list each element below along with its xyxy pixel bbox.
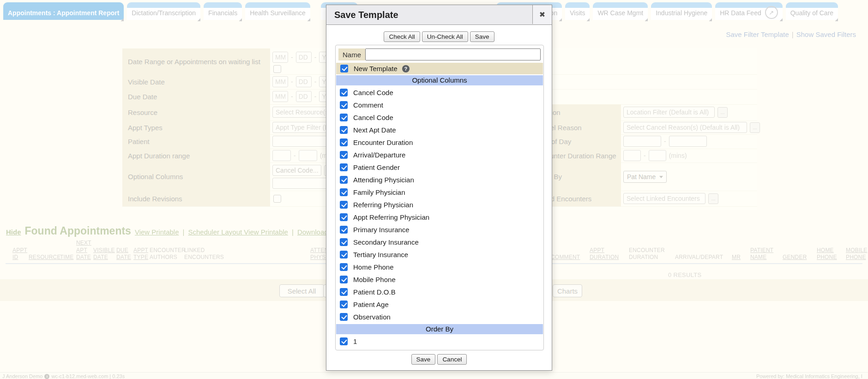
hide-link[interactable]: Hide — [6, 228, 21, 236]
checked-checkbox[interactable] — [340, 288, 348, 296]
tab-wr-case-mgmt[interactable]: WR Case Mgmt — [593, 2, 648, 20]
option-row-home-phone[interactable]: Home Phone — [336, 261, 543, 273]
col-encounter-authors[interactable]: ENCOUNTERAUTHORS — [150, 247, 186, 261]
new-template-row[interactable]: New Template ? — [336, 63, 543, 74]
waiting-list-checkbox[interactable] — [273, 65, 281, 73]
checked-checkbox[interactable] — [340, 301, 348, 308]
checked-checkbox[interactable] — [340, 201, 348, 209]
option-row-observation[interactable]: Observation — [336, 311, 543, 323]
info-icon[interactable]: i — [44, 374, 49, 379]
appt-duration-min-input[interactable] — [272, 150, 291, 161]
checked-checkbox[interactable] — [340, 151, 348, 159]
time-of-day-start-input[interactable] — [623, 136, 661, 147]
checked-checkbox[interactable] — [340, 213, 348, 221]
location-picker-button[interactable]: ... — [717, 107, 728, 118]
col-resource[interactable]: RESOURCE — [29, 254, 61, 261]
tab-dictation-transcription[interactable]: Dictation/Transcription — [127, 2, 200, 20]
toolbar-save-button[interactable]: Save — [470, 31, 494, 42]
visible-date-dd-input[interactable] — [296, 76, 312, 87]
save-filter-template-link[interactable]: Save Filter Template — [726, 30, 789, 38]
visible-date-mm-input[interactable] — [272, 76, 288, 87]
option-row-next-apt-date[interactable]: Next Apt Date — [336, 124, 543, 136]
option-row-secondary-insurance[interactable]: Secondary Insurance — [336, 236, 543, 248]
option-row-cancel-code[interactable]: Cancel Code — [336, 86, 543, 99]
uncheck-all-button[interactable]: Un-Check All — [422, 31, 468, 42]
option-row-primary-insurance[interactable]: Primary Insurance — [336, 223, 543, 236]
checked-checkbox[interactable] — [340, 89, 348, 96]
due-date-dd-input[interactable] — [296, 91, 312, 102]
option-row-attending-physician[interactable]: Attending Physician — [336, 174, 543, 186]
checked-checkbox[interactable] — [340, 163, 348, 171]
charts-button[interactable]: Charts — [553, 284, 582, 297]
date-range-mm-input[interactable] — [272, 52, 288, 63]
checked-checkbox[interactable] — [340, 114, 348, 121]
col-arrival-depart[interactable]: ARRIVAL/DEPART — [675, 254, 723, 261]
col-appt-id[interactable]: APPTID — [12, 247, 27, 261]
checked-checkbox[interactable] — [340, 188, 348, 196]
tab-health-surveillance[interactable]: Health Surveillance — [245, 2, 310, 20]
col-visible-date[interactable]: VISIBLEDATE — [93, 247, 115, 261]
option-row-patient-gender[interactable]: Patient Gender — [336, 161, 543, 174]
close-icon[interactable]: ✖ — [532, 5, 552, 24]
cancel-reason-input[interactable] — [623, 122, 747, 133]
checked-checkbox[interactable] — [340, 176, 348, 184]
check-all-button[interactable]: Check All — [384, 31, 420, 42]
include-revisions-checkbox[interactable] — [273, 195, 281, 203]
template-name-input[interactable] — [365, 48, 541, 60]
cancel-reason-picker-button[interactable]: ... — [750, 122, 760, 133]
checked-checkbox[interactable] — [340, 313, 348, 321]
col-mr[interactable]: MR — [732, 254, 741, 261]
option-row-patient-age[interactable]: Patient Age — [336, 298, 543, 311]
checked-checkbox[interactable] — [340, 276, 348, 283]
col-home-phone[interactable]: HOMEPHONE — [817, 247, 837, 261]
due-date-mm-input[interactable] — [272, 91, 288, 102]
col-appt-duration[interactable]: APPTDURATION — [590, 247, 619, 261]
option-row-comment[interactable]: Comment — [336, 99, 543, 111]
checked-checkbox[interactable] — [340, 126, 348, 134]
option-row-encounter-duration[interactable]: Encounter Duration — [336, 136, 543, 149]
option-row-cancel-code[interactable]: Cancel Code — [336, 111, 543, 124]
tab-quality-of-care[interactable]: Quality of Care — [786, 2, 838, 20]
col-gender[interactable]: GENDER — [783, 254, 807, 261]
checked-checkbox[interactable] — [340, 337, 348, 345]
tab-industrial-hygiene[interactable]: Industrial Hygiene — [651, 2, 712, 20]
col-linked-encounters[interactable]: LINKEDENCOUNTERS — [184, 247, 224, 261]
appt-duration-max-input[interactable] — [299, 150, 317, 161]
col-encounter-duration[interactable]: ENCOUNTERDURATION — [629, 247, 665, 261]
linked-encounters-picker-button[interactable]: ... — [708, 193, 718, 204]
option-row-arrival-departure[interactable]: Arrival/Departure — [336, 149, 543, 161]
tab-financials[interactable]: Financials — [204, 2, 242, 20]
option-row-tertiary-insurance[interactable]: Tertiary Insurance — [336, 248, 543, 261]
checked-checkbox[interactable] — [340, 238, 348, 246]
new-template-checkbox[interactable] — [340, 65, 348, 72]
option-row-mobile-phone[interactable]: Mobile Phone — [336, 273, 543, 286]
optional-columns-extra-input[interactable] — [272, 178, 333, 189]
col-due-date[interactable]: DUEDATE — [116, 247, 131, 261]
view-printable-link[interactable]: View Printable — [135, 228, 179, 236]
col-mobile-phone[interactable]: MOBILEPHONE — [846, 247, 868, 261]
location-filter-input[interactable] — [623, 107, 715, 118]
checked-checkbox[interactable] — [340, 226, 348, 234]
tab-hr-data-feed[interactable]: HR Data Feed ↗ — [715, 2, 782, 20]
option-row-1[interactable]: 1 — [336, 335, 543, 348]
tab-appointments-appointment-report[interactable]: Appointments : Appointment Report — [3, 2, 124, 20]
time-of-day-end-input[interactable] — [669, 136, 707, 147]
encounter-duration-max-input[interactable] — [649, 150, 666, 161]
checked-checkbox[interactable] — [340, 101, 348, 109]
col-time[interactable]: TIME — [60, 254, 73, 261]
show-saved-filters-link[interactable]: Show Saved Filters — [796, 30, 856, 38]
optional-columns-input[interactable] — [272, 165, 321, 176]
option-row-patient-d-o-b[interactable]: Patient D.O.B — [336, 286, 543, 298]
checked-checkbox[interactable] — [340, 263, 348, 271]
tab-visits[interactable]: Visits — [565, 2, 590, 20]
option-row-appt-referring-physician[interactable]: Appt Referring Physician — [336, 211, 543, 223]
option-row-referring-physician[interactable]: Referring Physician — [336, 199, 543, 211]
option-row-family-physician[interactable]: Family Physician — [336, 186, 543, 199]
encounter-duration-min-input[interactable] — [623, 150, 641, 161]
checked-checkbox[interactable] — [340, 251, 348, 259]
scheduler-layout-view-printable-link[interactable]: Scheduler Layout View Printable — [188, 228, 288, 236]
help-icon[interactable]: ? — [402, 65, 410, 72]
cancel-button[interactable]: Cancel — [437, 354, 467, 365]
linked-encounters-input[interactable] — [623, 193, 705, 204]
col-comment[interactable]: COMMENT — [551, 254, 580, 261]
